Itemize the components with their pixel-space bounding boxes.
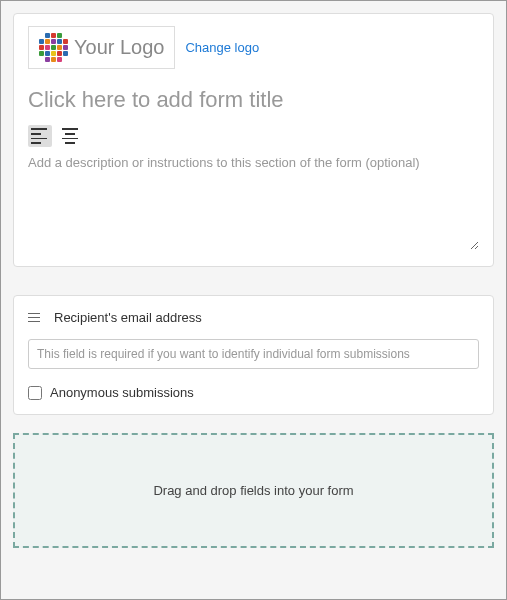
logo-icon [39, 33, 68, 62]
form-builder-frame: Your Logo Change logo Recipient's email … [0, 0, 507, 600]
text-align-toolbar [28, 125, 479, 147]
recipient-label: Recipient's email address [54, 310, 202, 325]
align-left-button[interactable] [28, 125, 52, 147]
field-dropzone[interactable]: Drag and drop fields into your form [13, 433, 494, 548]
logo-row: Your Logo Change logo [28, 26, 479, 69]
recipient-header: Recipient's email address [28, 310, 479, 325]
recipient-email-input[interactable] [28, 339, 479, 369]
change-logo-link[interactable]: Change logo [185, 40, 259, 55]
anonymous-label: Anonymous submissions [50, 385, 194, 400]
dropzone-text: Drag and drop fields into your form [153, 483, 353, 498]
anonymous-checkbox[interactable] [28, 386, 42, 400]
logo-placeholder-text: Your Logo [74, 36, 164, 59]
drag-handle-icon[interactable] [28, 313, 40, 322]
form-title-input[interactable] [28, 87, 479, 113]
align-center-button[interactable] [58, 125, 82, 147]
form-header-card: Your Logo Change logo [13, 13, 494, 267]
logo-placeholder[interactable]: Your Logo [28, 26, 175, 69]
anonymous-row: Anonymous submissions [28, 385, 479, 400]
form-description-input[interactable] [28, 155, 479, 250]
recipient-card: Recipient's email address Anonymous subm… [13, 295, 494, 415]
